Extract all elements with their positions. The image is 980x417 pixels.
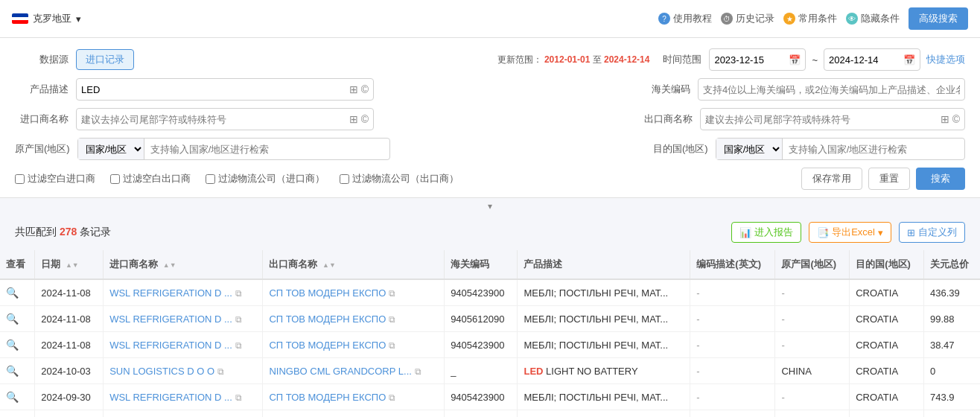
view-cell[interactable]: 🔍 [0,410,35,418]
code-desc-cell: - [690,410,775,418]
copy-icon[interactable]: ⧉ [235,314,242,325]
view-search-icon[interactable]: 🔍 [6,365,19,377]
filter-logistics-exporter[interactable]: 过滤物流公司（出口商） [340,172,459,185]
copy-icon[interactable]: ⧉ [235,288,242,299]
view-search-icon[interactable]: 🔍 [6,287,19,299]
quick-options-link[interactable]: 快捷选项 [926,53,965,66]
exporter-link[interactable]: СП ТОВ МОДЕРН ЕКСПО [269,340,386,351]
exporter-link[interactable]: СП ТОВ МОДЕРН ЕКСПО [269,287,386,299]
view-cell[interactable]: 🔍 [0,358,35,384]
customs-input-group [698,78,965,101]
reset-button[interactable]: 重置 [868,168,910,190]
save-common-button[interactable]: 保存常用 [801,168,862,190]
product-input[interactable] [81,84,346,95]
exporter-link[interactable]: СП ТОВ МОДЕРН ЕКСПО [269,392,386,403]
copy-icon-2[interactable]: ⧉ [389,288,395,299]
destination-input[interactable] [783,144,964,155]
row-companies: 进口商名称 ⊞ © 出口商名称 ⊞ © [15,108,965,130]
sort-importer-icon[interactable]: ▲▼ [163,261,176,269]
view-search-icon[interactable]: 🔍 [6,391,19,403]
exporter-translate-icon[interactable]: ⊞ [941,113,949,125]
sort-date-icon[interactable]: ▲▼ [66,261,79,269]
time-start-field[interactable] [714,54,789,66]
copy-icon[interactable]: ⧉ [235,392,242,403]
time-end-input[interactable]: 📅 [824,48,920,71]
country-selector[interactable]: 克罗地亚 ▾ [12,12,81,25]
table-row: 🔍2024-09-27SUN LOGISTICS D O O⧉NINGBO CM… [0,410,980,418]
date-cell: 2024-11-08 [35,306,104,332]
results-actions: 📊 进入报告 📑 导出Excel ▾ ⊞ 自定义列 [731,222,965,243]
collapse-bar[interactable]: ▾ [0,198,980,214]
customs-input[interactable] [703,84,960,95]
exporter-link[interactable]: NINGBO CML GRANDCORP L... [269,366,411,377]
origin-input[interactable] [144,144,389,155]
table-header: 查看 日期 ▲▼ 进口商名称 ▲▼ 出口商名称 ▲▼ 海关编码 产品描述 编码描… [0,250,980,279]
filter-checkboxes: 过滤空白进口商 过滤空白出口商 过滤物流公司（进口商） 过滤物流公司（出口商） [15,169,459,188]
tutorial-button[interactable]: ? 使用教程 [658,12,712,25]
filter-logistics-importer[interactable]: 过滤物流公司（进口商） [206,172,325,185]
view-search-icon[interactable]: 🔍 [6,313,19,325]
importer-link[interactable]: WSL REFRIGERATION D ... [109,287,232,299]
hidden-button[interactable]: 👁 隐藏条件 [846,12,900,25]
col-origin: 原产国(地区) [775,250,850,279]
destination-country-select[interactable]: 国家/地区 [716,139,783,159]
exporter-cell: NINGBO CML GRANDCORP L...⧉ [263,410,445,418]
row-regions: 原产国(地区) 国家/地区 目的国(地区) 国家/地区 [15,138,965,160]
filter-exporter-empty[interactable]: 过滤空白出口商 [110,172,191,185]
view-cell[interactable]: 🔍 [0,279,35,306]
advanced-search-button[interactable]: 高级搜索 [909,7,968,30]
view-cell[interactable]: 🔍 [0,384,35,410]
importer-clear-icon[interactable]: © [361,113,369,125]
importer-link[interactable]: WSL REFRIGERATION D ... [109,340,232,351]
importer-link[interactable]: WSL REFRIGERATION D ... [109,392,232,403]
importer-input[interactable] [81,114,346,125]
filter-logistics-exporter-checkbox[interactable] [340,174,349,184]
col-product: 产品描述 [518,250,690,279]
time-start-input[interactable]: 📅 [709,48,806,71]
report-button[interactable]: 📊 进入报告 [731,222,801,243]
clear-icon[interactable]: © [361,83,369,95]
view-cell[interactable]: 🔍 [0,332,35,358]
importer-cell: SUN LOGISTICS D O O⧉ [104,410,263,418]
exporter-input[interactable] [705,114,938,125]
time-end-field[interactable] [829,54,903,66]
time-range-label: 时间范围 [657,53,701,66]
importer-link[interactable]: SUN LOGISTICS D O O [109,366,214,377]
view-search-icon[interactable]: 🔍 [6,339,19,351]
copy-icon[interactable]: ⧉ [217,366,224,377]
sort-exporter-icon[interactable]: ▲▼ [322,261,336,269]
col-customs: 海关编码 [445,250,518,279]
customs-code-cell: 9405110 [445,410,518,418]
led-highlight: LED [524,366,543,377]
translate-icon[interactable]: ⊞ [349,83,358,95]
calendar-icon-2: 📅 [903,54,915,66]
destination-cell: CROATIA [850,358,924,384]
custom-columns-button[interactable]: ⊞ 自定义列 [899,222,965,243]
view-cell[interactable]: 🔍 [0,306,35,332]
customs-code-cell: 9405612090 [445,306,518,332]
importer-input-group: ⊞ © [76,108,374,130]
origin-cell: - [775,332,850,358]
importer-translate-icon[interactable]: ⊞ [349,113,358,125]
copy-icon-2[interactable]: ⧉ [415,366,421,377]
origin-cell: - [775,306,850,332]
origin-country-select[interactable]: 国家/地区 [78,139,144,159]
copy-icon-2[interactable]: ⧉ [389,392,395,403]
customs-code-cell: _ [445,358,518,384]
filter-importer-empty-checkbox[interactable] [15,174,25,184]
copy-icon-2[interactable]: ⧉ [389,314,395,325]
datasource-button[interactable]: 进口记录 [76,49,134,70]
exporter-input-group: ⊞ © [700,108,966,130]
common-button[interactable]: ★ 常用条件 [783,12,837,25]
history-button[interactable]: ⏱ 历史记录 [721,12,774,25]
filter-importer-empty[interactable]: 过滤空白进口商 [15,172,95,185]
search-button[interactable]: 搜索 [916,168,965,190]
importer-link[interactable]: WSL REFRIGERATION D ... [109,313,232,325]
exporter-link[interactable]: СП ТОВ МОДЕРН ЕКСПО [269,313,386,325]
filter-logistics-importer-checkbox[interactable] [206,174,215,184]
filter-exporter-empty-checkbox[interactable] [110,174,120,184]
exporter-clear-icon[interactable]: © [952,113,960,125]
copy-icon-2[interactable]: ⧉ [389,340,395,351]
export-button[interactable]: 📑 导出Excel ▾ [809,222,891,243]
copy-icon[interactable]: ⧉ [235,340,242,351]
